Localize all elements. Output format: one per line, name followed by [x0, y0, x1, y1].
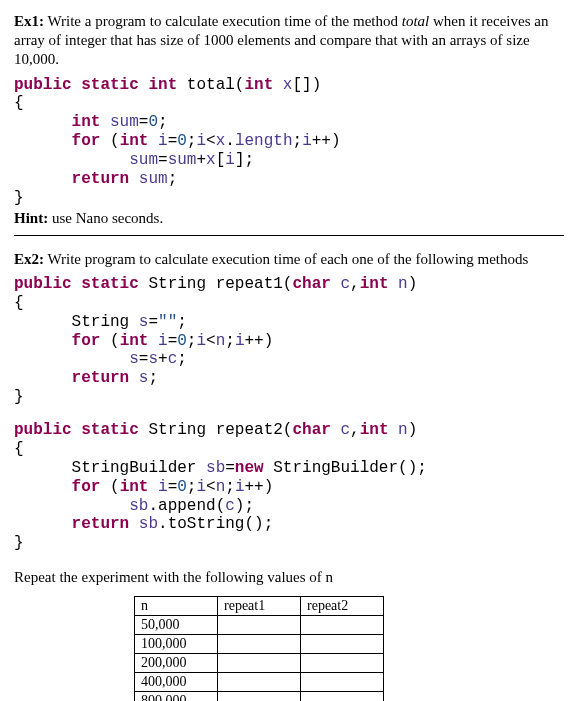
cell-r1	[218, 673, 301, 692]
ex2-label: Ex2:	[14, 251, 44, 267]
results-table: n repeat1 repeat2 50,000 100,000 200,000…	[134, 596, 384, 701]
cell-r2	[301, 635, 384, 654]
table-header-row: n repeat1 repeat2	[135, 597, 384, 616]
divider	[14, 235, 564, 236]
code-block-repeat2: public static String repeat2(char c,int …	[14, 421, 564, 553]
table-row: 800,000	[135, 692, 384, 701]
cell-r2	[301, 692, 384, 701]
ex2-description: Ex2: Write program to calculate executio…	[14, 250, 564, 269]
ex1-text-a: Write a program to calculate execution t…	[44, 13, 402, 29]
cell-r1	[218, 635, 301, 654]
cell-r1	[218, 654, 301, 673]
cell-n: 100,000	[135, 635, 218, 654]
cell-r1	[218, 616, 301, 635]
cell-r2	[301, 673, 384, 692]
col-n: n	[135, 597, 218, 616]
table-row: 400,000	[135, 673, 384, 692]
cell-n: 800,000	[135, 692, 218, 701]
hint-text: use Nano seconds.	[48, 210, 163, 226]
table-row: 200,000	[135, 654, 384, 673]
cell-r1	[218, 692, 301, 701]
ex2-text: Write program to calculate execution tim…	[44, 251, 528, 267]
cell-r2	[301, 616, 384, 635]
table-row: 100,000	[135, 635, 384, 654]
hint: Hint: use Nano seconds.	[14, 210, 564, 227]
code-block-repeat1: public static String repeat1(char c,int …	[14, 275, 564, 407]
ex1-ital: total	[402, 13, 430, 29]
cell-n: 200,000	[135, 654, 218, 673]
ex1-description: Ex1: Write a program to calculate execut…	[14, 12, 564, 70]
cell-r2	[301, 654, 384, 673]
col-repeat1: repeat1	[218, 597, 301, 616]
hint-label: Hint:	[14, 210, 48, 226]
repeat-note: Repeat the experiment with the following…	[14, 569, 564, 586]
col-repeat2: repeat2	[301, 597, 384, 616]
cell-n: 50,000	[135, 616, 218, 635]
ex1-label: Ex1:	[14, 13, 44, 29]
cell-n: 400,000	[135, 673, 218, 692]
table-row: 50,000	[135, 616, 384, 635]
code-block-total: public static int total(int x[]) { int s…	[14, 76, 564, 208]
